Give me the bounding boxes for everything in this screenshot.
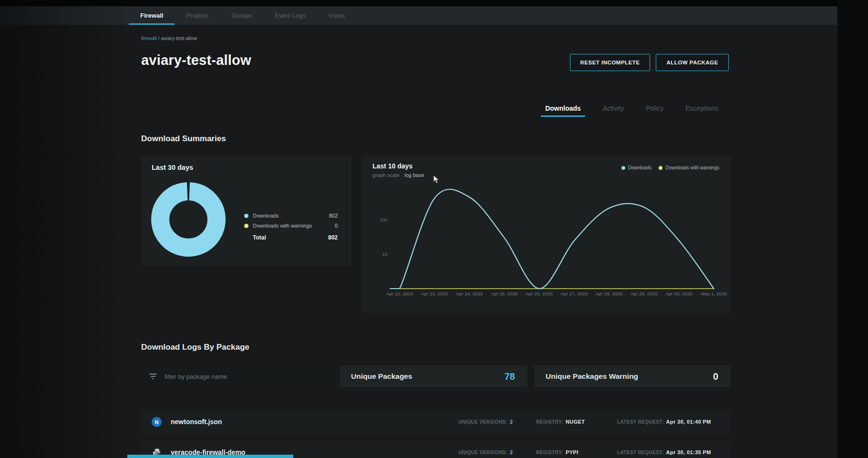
page-title: aviary-test-allow bbox=[141, 52, 251, 68]
total-value: 802 bbox=[328, 234, 338, 241]
header-buttons: RESET INCOMPLETE ALLOW PACKAGE bbox=[570, 54, 729, 71]
svg-text:Apr 23, 2025: Apr 23, 2025 bbox=[421, 291, 448, 296]
left-vignette bbox=[0, 0, 129, 458]
svg-text:Apr 24, 2025: Apr 24, 2025 bbox=[456, 291, 483, 296]
nav-item-firewall[interactable]: Firewall bbox=[129, 6, 175, 25]
allow-package-button[interactable]: ALLOW PACKAGE bbox=[656, 54, 729, 71]
nav-item-event-logs[interactable]: Event Logs bbox=[263, 6, 317, 25]
warnings-dot-icon bbox=[244, 224, 248, 228]
package-filter-input[interactable] bbox=[164, 373, 334, 381]
unique-packages-warning-card: Unique Packages Warning 0 bbox=[534, 365, 731, 387]
svg-text:Apr 25, 2025: Apr 25, 2025 bbox=[491, 291, 518, 296]
nav-item-groups[interactable]: Groups bbox=[220, 6, 263, 25]
downloads-dot-icon bbox=[621, 166, 625, 170]
breadcrumb-current: aviary-test-allow bbox=[161, 35, 197, 41]
line-chart-legend: Downloads Downloads with warnings bbox=[621, 165, 719, 170]
reset-incomplete-button[interactable]: RESET INCOMPLETE bbox=[570, 54, 651, 71]
nuget-icon: N bbox=[152, 417, 162, 427]
mouse-cursor-icon bbox=[433, 175, 441, 184]
svg-text:Apr 30, 2025: Apr 30, 2025 bbox=[665, 291, 692, 296]
right-edge bbox=[837, 0, 868, 458]
donut-legend: Downloads 802 Downloads with warnings 0 … bbox=[244, 213, 338, 245]
warnings-dot-icon bbox=[659, 166, 662, 170]
svg-text:Apr 26, 2025: Apr 26, 2025 bbox=[526, 291, 553, 296]
line-chart-card: Last 10 days graph scale log base Downlo… bbox=[361, 156, 731, 313]
video-progress-bar[interactable] bbox=[127, 455, 293, 458]
registry: REGISTRY:PYPI bbox=[536, 441, 579, 458]
line-card-title: Last 10 days bbox=[372, 162, 413, 170]
svg-text:Apr 29, 2025: Apr 29, 2025 bbox=[630, 291, 658, 296]
donut-card-title: Last 30 days bbox=[152, 164, 193, 171]
svg-text:100: 100 bbox=[380, 217, 387, 222]
graph-scale-select[interactable]: log base bbox=[404, 172, 424, 178]
package-name: newtonsoft.json bbox=[171, 410, 222, 434]
nav-items: Firewall Projects Groups Event Logs User… bbox=[129, 6, 356, 25]
line-chart: 10100Apr 22, 2025Apr 23, 2025Apr 24, 202… bbox=[372, 186, 734, 301]
unique-packages-value: 78 bbox=[505, 371, 515, 382]
tab-downloads[interactable]: Downloads bbox=[545, 104, 581, 117]
downloads-value: 802 bbox=[329, 213, 338, 219]
legend-item-warnings: Downloads with warnings 0 bbox=[244, 223, 338, 229]
tab-activity[interactable]: Activity bbox=[603, 104, 624, 117]
tab-policy[interactable]: Policy bbox=[646, 104, 663, 117]
top-navbar: Firewall Projects Groups Event Logs User… bbox=[0, 6, 868, 25]
graph-scale-label: graph scale bbox=[372, 172, 400, 178]
unique-versions: UNIQUE VERSIONS:2 bbox=[458, 410, 513, 434]
registry: REGISTRY:NUGET bbox=[536, 410, 585, 434]
svg-text:Apr 22, 2025: Apr 22, 2025 bbox=[386, 291, 413, 296]
nav-item-projects[interactable]: Projects bbox=[175, 6, 220, 25]
unique-packages-card: Unique Packages 78 bbox=[340, 365, 527, 387]
package-filter-box bbox=[141, 365, 334, 387]
unique-packages-warning-label: Unique Packages Warning bbox=[546, 372, 638, 381]
svg-text:May 1, 2025: May 1, 2025 bbox=[701, 291, 727, 296]
latest-request: LATEST REQUEST:Apr 30, 01:40 PM bbox=[617, 410, 711, 434]
legend-downloads: Downloads bbox=[621, 165, 651, 170]
svg-text:Apr 28, 2025: Apr 28, 2025 bbox=[596, 291, 623, 296]
graph-scale-row: graph scale log base bbox=[372, 172, 424, 178]
donut-chart bbox=[151, 182, 226, 257]
legend-total-row: Total 802 bbox=[244, 234, 338, 241]
unique-versions: UNIQUE VERSIONS:2 bbox=[458, 441, 513, 458]
detail-tabs: Downloads Activity Policy Exceptions bbox=[545, 104, 718, 117]
filter-icon bbox=[149, 374, 157, 379]
legend-downloads-warnings: Downloads with warnings bbox=[659, 165, 719, 170]
legend-item-downloads: Downloads 802 bbox=[244, 213, 338, 219]
download-logs-heading: Download Logs By Package bbox=[141, 343, 249, 352]
unique-packages-warning-value: 0 bbox=[713, 371, 718, 382]
donut-card: Last 30 days Downloads 802 Downloads wit… bbox=[141, 156, 351, 266]
app-screen: Firewall Projects Groups Event Logs User… bbox=[0, 0, 868, 458]
table-row-newtonsoft[interactable]: N newtonsoft.json UNIQUE VERSIONS:2 REGI… bbox=[141, 410, 731, 434]
unique-packages-label: Unique Packages bbox=[351, 372, 412, 381]
nav-item-users[interactable]: Users bbox=[317, 6, 356, 25]
svg-text:Apr 27, 2025: Apr 27, 2025 bbox=[561, 291, 588, 296]
downloads-dot-icon bbox=[244, 214, 248, 218]
tab-exceptions[interactable]: Exceptions bbox=[686, 104, 718, 117]
download-summaries-heading: Download Summaries bbox=[141, 134, 226, 144]
breadcrumb: firewall / aviary-test-allow bbox=[141, 35, 197, 41]
latest-request: LATEST REQUEST:Apr 30, 01:35 PM bbox=[617, 441, 711, 458]
breadcrumb-root-link[interactable]: firewall bbox=[141, 35, 157, 41]
svg-text:10: 10 bbox=[382, 251, 387, 257]
warnings-value: 0 bbox=[335, 223, 338, 229]
top-strip bbox=[0, 0, 868, 6]
